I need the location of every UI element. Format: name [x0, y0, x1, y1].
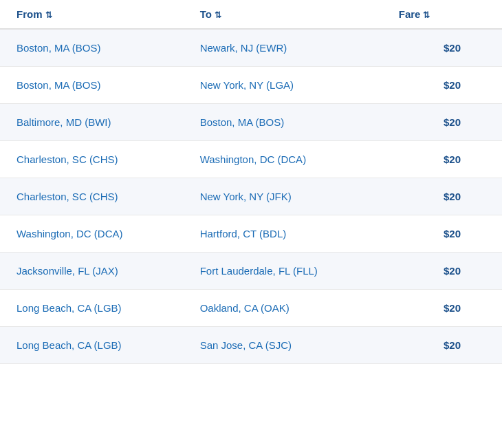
from-cell: Baltimore, MD (BWI): [0, 104, 184, 141]
table-row[interactable]: Boston, MA (BOS)New York, NY (LGA)$20: [0, 67, 502, 104]
to-header-label: To: [200, 8, 212, 20]
to-cell: San Jose, CA (SJC): [184, 327, 382, 364]
fare-cell: $20: [382, 29, 502, 67]
to-header[interactable]: To⇅: [184, 0, 382, 29]
to-cell: Fort Lauderdale, FL (FLL): [184, 253, 382, 290]
table-row[interactable]: Long Beach, CA (LGB)Oakland, CA (OAK)$20: [0, 290, 502, 327]
to-cell: Hartford, CT (BDL): [184, 215, 382, 253]
to-sort-icon[interactable]: ⇅: [215, 10, 221, 20]
table-row[interactable]: Charleston, SC (CHS)New York, NY (JFK)$2…: [0, 178, 502, 215]
to-cell: Washington, DC (DCA): [184, 141, 382, 178]
table-row[interactable]: Washington, DC (DCA)Hartford, CT (BDL)$2…: [0, 215, 502, 253]
from-cell: Jacksonville, FL (JAX): [0, 253, 184, 290]
flights-table: From⇅ To⇅ Fare⇅ Boston, MA (BOS)Newark, …: [0, 0, 502, 364]
table-row[interactable]: Jacksonville, FL (JAX)Fort Lauderdale, F…: [0, 253, 502, 290]
table-row[interactable]: Baltimore, MD (BWI)Boston, MA (BOS)$20: [0, 104, 502, 141]
table-row[interactable]: Long Beach, CA (LGB)San Jose, CA (SJC)$2…: [0, 327, 502, 364]
from-cell: Charleston, SC (CHS): [0, 178, 184, 215]
from-cell: Washington, DC (DCA): [0, 215, 184, 253]
to-cell: New York, NY (JFK): [184, 178, 382, 215]
fare-cell: $20: [382, 141, 502, 178]
from-cell: Charleston, SC (CHS): [0, 141, 184, 178]
fare-cell: $20: [382, 104, 502, 141]
table-row[interactable]: Charleston, SC (CHS)Washington, DC (DCA)…: [0, 141, 502, 178]
from-cell: Boston, MA (BOS): [0, 67, 184, 104]
fare-sort-icon[interactable]: ⇅: [423, 10, 430, 20]
from-sort-icon[interactable]: ⇅: [45, 10, 52, 20]
fare-cell: $20: [382, 253, 502, 290]
fare-cell: $20: [382, 327, 502, 364]
fare-header-label: Fare: [399, 8, 421, 20]
to-cell: New York, NY (LGA): [184, 67, 382, 104]
from-cell: Long Beach, CA (LGB): [0, 327, 184, 364]
fare-cell: $20: [382, 215, 502, 253]
from-cell: Boston, MA (BOS): [0, 29, 184, 67]
fare-header[interactable]: Fare⇅: [382, 0, 502, 29]
table-row[interactable]: Boston, MA (BOS)Newark, NJ (EWR)$20: [0, 29, 502, 67]
fare-cell: $20: [382, 67, 502, 104]
to-cell: Oakland, CA (OAK): [184, 290, 382, 327]
fare-cell: $20: [382, 290, 502, 327]
to-cell: Boston, MA (BOS): [184, 104, 382, 141]
from-header-label: From: [17, 8, 43, 20]
fare-cell: $20: [382, 178, 502, 215]
from-cell: Long Beach, CA (LGB): [0, 290, 184, 327]
to-cell: Newark, NJ (EWR): [184, 29, 382, 67]
from-header[interactable]: From⇅: [0, 0, 184, 29]
